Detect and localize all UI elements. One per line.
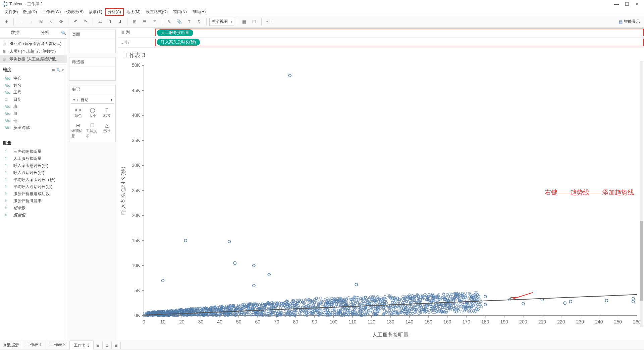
field-item[interactable]: Abc部	[0, 117, 67, 124]
rows-pill[interactable]: 呼入案头总时长(秒)	[157, 39, 200, 46]
field-item[interactable]: #呼入通话时长(秒)	[0, 169, 67, 176]
datasource-tab[interactable]: ⊞ 数据源	[0, 341, 22, 349]
mark-icon: T	[105, 107, 108, 113]
columns-shelf[interactable]: iii列 人工服务接听量	[118, 28, 644, 38]
device-button[interactable]: ☐	[250, 17, 259, 26]
menu-item-7[interactable]: 设置格式(O)	[143, 8, 170, 16]
highlight-button[interactable]: ☰	[140, 17, 149, 26]
datasource-item[interactable]: ⊞人员+ (全球超市订单数据)	[0, 48, 67, 55]
swap-button[interactable]: ⇄	[96, 17, 104, 26]
field-type-icon: #	[5, 150, 11, 154]
field-item[interactable]: Abc组	[0, 110, 67, 117]
field-item[interactable]: Abc姓名	[0, 82, 67, 89]
field-item[interactable]: Abc中心	[0, 75, 67, 82]
view-mode-combo[interactable]: 整个视图	[209, 18, 234, 26]
menu-item-0[interactable]: 文件(F)	[2, 8, 20, 16]
minimize-button[interactable]: —	[614, 1, 619, 7]
new-worksheet-button[interactable]: ⊞	[94, 342, 103, 349]
field-item[interactable]: #度量值	[0, 212, 67, 219]
chart-canvas[interactable]: 0K5K10K15K20K25K30K35K40K45K50K010203040…	[118, 60, 644, 341]
menu-item-8[interactable]: 窗口(N)	[170, 8, 190, 16]
svg-text:100: 100	[330, 319, 337, 324]
mark-标签[interactable]: T标签	[100, 105, 114, 120]
menu-item-3[interactable]: 仪表板(B)	[63, 8, 86, 16]
field-type-icon: Abc	[5, 119, 11, 123]
columns-pill[interactable]: 人工服务接听量	[157, 29, 193, 36]
window-controls: — ☐ ✕	[614, 1, 642, 7]
datasource-icon: ⊞	[3, 42, 7, 46]
dimensions-options-icon[interactable]: ⊞ 🔍 ▾	[52, 68, 64, 72]
field-item[interactable]: #呼入案头总时长(秒)	[0, 162, 67, 169]
maximize-button[interactable]: ☐	[625, 1, 629, 7]
save-button[interactable]: 🖫	[37, 17, 45, 26]
field-item[interactable]: #平均呼入通话时长(秒)	[0, 183, 67, 190]
svg-point-1032	[397, 307, 399, 309]
field-item[interactable]: #三声铃响接听量	[0, 148, 67, 155]
fixed-icon[interactable]: ⚲	[195, 17, 204, 26]
undo-button[interactable]: ↶	[71, 17, 80, 26]
forward-button[interactable]: →	[26, 17, 35, 26]
mark-大小[interactable]: ◯大小	[85, 105, 100, 120]
field-item[interactable]: #服务评价满意率	[0, 198, 67, 205]
tableau-icon[interactable]: ✦	[2, 17, 11, 26]
rows-shelf[interactable]: ≡行 呼入案头总时长(秒)	[118, 38, 644, 48]
pin-icon[interactable]: 📎	[175, 17, 183, 26]
svg-point-1063	[428, 311, 430, 314]
pen-icon[interactable]: ✎	[165, 17, 173, 26]
svg-text:人工服务接听量: 人工服务接听量	[372, 332, 409, 338]
field-item[interactable]: Abc班	[0, 103, 67, 110]
vertical-scrollbar[interactable]	[640, 61, 643, 327]
menu-item-1[interactable]: 数据(D)	[20, 8, 40, 16]
svg-text:45K: 45K	[132, 87, 140, 93]
svg-point-2206	[484, 295, 487, 298]
menubar: 文件(F)数据(D)工作表(W)仪表板(B)故事(T)分析(A)地图(M)设置格…	[0, 8, 644, 16]
menu-item-5[interactable]: 分析(A)	[105, 8, 124, 16]
new-dashboard-button[interactable]: ⊡	[103, 342, 112, 349]
field-item[interactable]: Abc度量名称	[0, 124, 67, 131]
totals-button[interactable]: Σ	[150, 17, 159, 26]
datasource-item[interactable]: ⊞示例数据 (人工坐席接听数...	[0, 55, 67, 63]
field-item[interactable]: #服务评价推送成功数	[0, 190, 67, 198]
menu-item-4[interactable]: 故事(T)	[86, 8, 105, 16]
field-item[interactable]: #记录数	[0, 205, 67, 212]
close-button[interactable]: ✕	[635, 1, 639, 7]
field-item[interactable]: #人工服务接听量	[0, 155, 67, 162]
svg-point-2200	[569, 300, 572, 303]
show-me-button[interactable]: ▤ 智能显示	[619, 19, 642, 25]
new-datasource-button[interactable]: ⎋	[47, 17, 55, 26]
share-icon[interactable]: ⚬⚬	[264, 17, 273, 26]
label-icon[interactable]: T	[185, 17, 194, 26]
new-story-button[interactable]: ⊟	[112, 342, 121, 349]
datasource-item[interactable]: ⊞Sheet1 (玩家综合能力雷达...)	[0, 40, 67, 48]
refresh-button[interactable]: ⟳	[57, 17, 65, 26]
mark-形状[interactable]: △形状	[100, 120, 114, 140]
sort-desc-button[interactable]: ⬇	[116, 17, 124, 26]
field-item[interactable]: Abc工号	[0, 89, 67, 96]
menu-item-9[interactable]: 帮助(H)	[190, 8, 209, 16]
tab-data[interactable]: 数据	[0, 28, 30, 38]
field-type-icon: #	[5, 164, 11, 168]
menu-item-6[interactable]: 地图(M)	[124, 8, 143, 16]
sort-asc-button[interactable]: ⬆	[106, 17, 114, 26]
sheet-tab[interactable]: 工作表 1	[22, 341, 46, 350]
svg-text:0: 0	[143, 319, 145, 324]
field-type-icon: #	[5, 192, 11, 196]
back-button[interactable]: ←	[16, 17, 25, 26]
field-item[interactable]: ☐日期	[0, 96, 67, 103]
search-icon[interactable]: 🔍	[60, 28, 67, 38]
show-me-icon: ▤	[619, 19, 623, 24]
menu-item-2[interactable]: 工作表(W)	[40, 8, 63, 16]
viz-title[interactable]: 工作表 3	[118, 48, 644, 60]
svg-text:20: 20	[179, 319, 184, 324]
field-item[interactable]: #平均呼入案头时长（秒）	[0, 176, 67, 183]
mark-工具提示[interactable]: ☐工具提示	[85, 120, 100, 140]
redo-button[interactable]: ↷	[81, 17, 90, 26]
mark-颜色[interactable]: ⚬⚬颜色	[71, 105, 85, 120]
tab-analysis[interactable]: 分析	[30, 28, 60, 38]
sheet-tab[interactable]: 工作表 3	[70, 341, 94, 350]
presentation-button[interactable]: ▦	[240, 17, 249, 26]
sheet-tab[interactable]: 工作表 2	[46, 341, 70, 350]
group-button[interactable]: ⊞	[130, 17, 139, 26]
mark-详细信息[interactable]: ⊞详细信息	[71, 120, 85, 140]
mark-type-combo[interactable]: ⚬⚬ 自动	[71, 96, 114, 104]
